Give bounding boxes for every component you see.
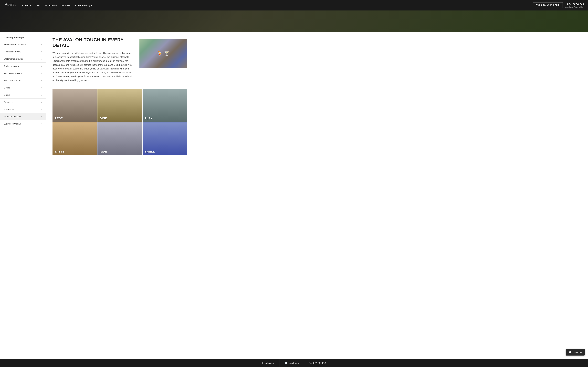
chevron-down-icon: ▾	[30, 4, 31, 6]
brochures-icon: 📄	[285, 362, 288, 364]
phone-number: 877.797.8791	[565, 2, 584, 6]
talk-to-expert-button[interactable]: TALK TO AN EXPERT	[533, 2, 562, 8]
sidebar-item-amenities[interactable]: Amenities ›	[0, 99, 46, 106]
chevron-right-icon: ›	[41, 108, 42, 111]
phone-block: 877.797.8791 or call your Travel Advisor	[565, 2, 584, 8]
bottom-bar: ✉ Subscribe 📄 Brochures 📞 877.797.8791	[0, 359, 588, 367]
chevron-down-icon: ▾	[70, 4, 71, 6]
sidebar-item-cruise-yourway[interactable]: Cruise YourWay ›	[0, 62, 46, 70]
sidebar-item-staterooms[interactable]: Staterooms & Suites ›	[0, 55, 46, 62]
rest-image: REST	[52, 89, 97, 122]
grid-cell-dine[interactable]: DINE	[97, 89, 142, 122]
dine-label: DINE	[100, 117, 107, 120]
chevron-down-icon: ▾	[56, 4, 57, 6]
chevron-right-icon: ›	[41, 43, 42, 46]
chevron-right-icon: ›	[41, 123, 42, 125]
chevron-right-icon: ›	[41, 94, 42, 96]
live-chat-button[interactable]: 💬 Live Chat	[566, 349, 585, 356]
phone-sub: or call your Travel Advisor	[565, 6, 584, 8]
ride-image: RIDE	[97, 122, 142, 155]
experience-image-grid: REST DINE PLAY TASTE RIDE	[52, 89, 187, 155]
chat-icon: 💬	[569, 351, 571, 354]
grid-cell-ride[interactable]: RIDE	[97, 122, 142, 155]
phone-button[interactable]: 📞 877.797.8791	[304, 359, 332, 367]
main-nav: Cruises ▾ Deals Why Avalon ▾ Our Fleet ▾…	[22, 4, 533, 7]
ride-label: RIDE	[100, 150, 107, 153]
taste-image: TASTE	[52, 122, 97, 155]
sidebar-item-your-avalon-team[interactable]: Your Avalon Team ›	[0, 77, 46, 84]
brochures-button[interactable]: 📄 Brochures	[280, 359, 304, 367]
hero-strip	[0, 10, 588, 32]
svg-text:AVALON: AVALON	[7, 3, 14, 5]
main-content: THE AVALON TOUCH IN EVERY DETAIL When it…	[46, 32, 194, 367]
smell-label: SMELL	[145, 150, 155, 153]
grid-cell-rest[interactable]: REST	[52, 89, 97, 122]
nav-our-fleet[interactable]: Our Fleet ▾	[61, 4, 71, 7]
logo[interactable]: AVALON WATERWAYS ®	[4, 2, 17, 8]
grid-cell-smell[interactable]: SMELL	[143, 122, 187, 155]
hero-image	[0, 10, 588, 32]
sidebar-item-drinks[interactable]: Drinks ›	[0, 91, 46, 99]
sidebar-section-title: Cruising in Europe	[0, 34, 46, 41]
sidebar-item-attention-to-detail[interactable]: Attention to Detail ›	[0, 113, 46, 120]
grid-cell-taste[interactable]: TASTE	[52, 122, 97, 155]
chevron-right-icon: ›	[41, 72, 42, 75]
header: AVALON WATERWAYS ® Cruises ▾ Deals Why A…	[0, 0, 588, 10]
top-text: THE AVALON TOUCH IN EVERY DETAIL When it…	[52, 37, 134, 88]
chevron-right-icon: ›	[41, 58, 42, 60]
brochures-label: Brochures	[289, 362, 299, 364]
play-image: PLAY	[143, 89, 187, 122]
live-chat-label: Live Chat	[573, 351, 582, 354]
main-layout: Cruising in Europe The Avalon Experience…	[0, 32, 588, 367]
subscribe-icon: ✉	[262, 362, 263, 364]
sidebar-item-active-discovery[interactable]: Active & Discovery ›	[0, 70, 46, 77]
content-body: When it comes to the little touches, we …	[52, 51, 134, 83]
chevron-right-icon: ›	[41, 101, 42, 103]
nav-deals[interactable]: Deals	[35, 4, 40, 7]
subscribe-label: Subscribe	[265, 362, 274, 364]
bottom-phone-number: 877.797.8791	[313, 362, 326, 364]
chevron-right-icon: ›	[41, 87, 42, 89]
dine-image: DINE	[97, 89, 142, 122]
sidebar-item-avalon-experience[interactable]: The Avalon Experience ›	[0, 41, 46, 48]
taste-label: TASTE	[55, 150, 64, 153]
chevron-down-icon: ▾	[91, 4, 92, 6]
svg-text:®: ®	[15, 5, 16, 6]
subscribe-button[interactable]: ✉ Subscribe	[256, 359, 280, 367]
sidebar-item-wellness-onboard[interactable]: Wellness Onboard ›	[0, 120, 46, 127]
chevron-right-icon: ›	[41, 65, 42, 67]
header-right: TALK TO AN EXPERT 877.797.8791 or call y…	[533, 2, 584, 8]
phone-icon: 📞	[309, 362, 312, 364]
chevron-right-icon: ›	[41, 116, 42, 118]
drinks-feature-image	[139, 39, 187, 68]
nav-cruises[interactable]: Cruises ▾	[22, 4, 31, 7]
nav-why-avalon[interactable]: Why Avalon ▾	[44, 4, 57, 7]
sidebar-item-dining[interactable]: Dining ›	[0, 84, 46, 91]
svg-text:WATERWAYS: WATERWAYS	[7, 5, 14, 6]
nav-cruise-planning[interactable]: Cruise Planning ▾	[75, 4, 92, 7]
grid-cell-play[interactable]: PLAY	[143, 89, 187, 122]
sidebar-item-excursions[interactable]: Excursions ›	[0, 106, 46, 113]
smell-image: SMELL	[143, 122, 187, 155]
sidebar-item-room-with-a-view[interactable]: Room with a View ›	[0, 48, 46, 55]
sidebar: Cruising in Europe The Avalon Experience…	[0, 32, 46, 367]
rest-label: REST	[55, 117, 63, 120]
chevron-right-icon: ›	[41, 79, 42, 82]
play-label: PLAY	[145, 117, 153, 120]
page-title: THE AVALON TOUCH IN EVERY DETAIL	[52, 37, 134, 48]
top-content-section: THE AVALON TOUCH IN EVERY DETAIL When it…	[52, 37, 187, 88]
chevron-right-icon: ›	[41, 51, 42, 53]
